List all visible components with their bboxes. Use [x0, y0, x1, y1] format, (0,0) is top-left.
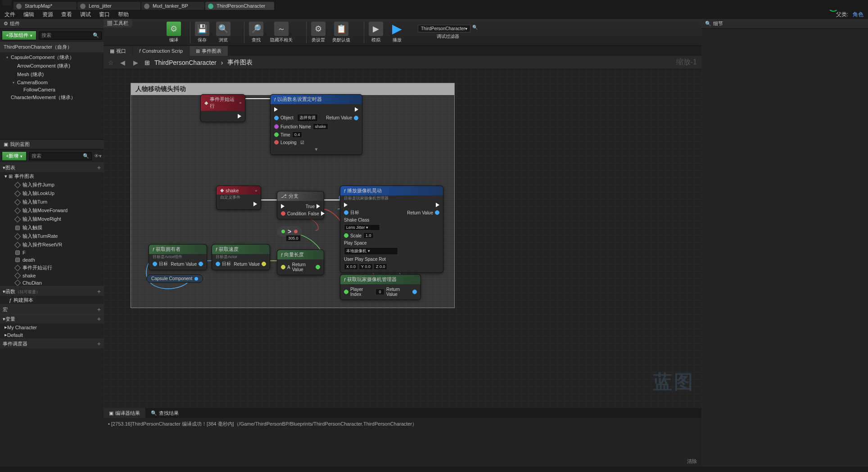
file-tabs: StartupMap* Lens_jitter Mud_tanker_BP Th… — [0, 0, 868, 10]
tree-charmovement[interactable]: CharacterMovement（继承） — [0, 93, 104, 102]
menu-window[interactable]: 窗口 — [99, 11, 110, 18]
node-capsule-var[interactable]: Capsule Component — [146, 274, 203, 283]
simulate-button[interactable]: ▶模拟 — [369, 22, 383, 43]
save-button[interactable]: 💾保存 — [195, 22, 209, 43]
tree-followcamera[interactable]: FollowCamera — [0, 86, 104, 93]
hide-unrelated-button[interactable]: ～隐藏不相关 — [270, 22, 293, 43]
tree-mesh[interactable]: Mesh (继承) — [0, 70, 104, 79]
node-playcamerashake[interactable]: f播放摄像机晃动 目标是玩家摄像机管理器 目标Return Value Shak… — [340, 186, 443, 273]
add-component-button[interactable]: +添加组件 — [2, 31, 36, 40]
compile-button[interactable]: ⚙编译 — [167, 22, 181, 43]
timer-looping-checkbox[interactable]: ☑ — [300, 140, 304, 145]
timer-funcname-input[interactable]: shake — [313, 123, 328, 130]
graph-item-10[interactable]: 事件开始运行 — [0, 263, 104, 272]
graph-item-9[interactable]: death — [0, 256, 104, 263]
shake-class-select[interactable]: Lens Jitter ▾ — [344, 224, 380, 231]
playspace-select[interactable]: 本地摄像机 ▾ — [344, 247, 398, 255]
debug-search-icon[interactable]: 🔍 — [472, 25, 478, 32]
section-macros[interactable]: 宏+ — [0, 304, 104, 314]
parent-class-link[interactable]: 角色 — [853, 11, 863, 18]
favorite-icon[interactable]: ☆ — [108, 59, 114, 66]
scale-input[interactable]: 1.0 — [363, 232, 374, 239]
graph-item-8[interactable]: F — [0, 249, 104, 256]
event-graph-canvas[interactable]: 人物移动镜头抖动 ◆事件开始运行▫ f以函数名设置定时器 Object选择资源R… — [104, 69, 701, 408]
section-dispatchers[interactable]: 事件调度器+ — [0, 339, 104, 348]
debug-object-select[interactable]: ThirdPersonCharacter▾ — [418, 25, 470, 32]
node-beginplay[interactable]: ◆事件开始运行▫ — [200, 94, 245, 122]
playerindex-input[interactable]: 0 — [375, 289, 384, 295]
graph-item-3[interactable]: 输入轴MoveForward — [0, 206, 104, 215]
rot-y-input[interactable]: Y 0.0 — [359, 263, 373, 270]
nav-back[interactable]: ◀ — [118, 59, 127, 66]
blueprint-search[interactable]: 搜索 🔍 — [29, 152, 92, 160]
node-getvelocity[interactable]: f获取速度 目标是Actor 目标Return Value — [212, 244, 270, 270]
var-mycharacter[interactable]: ▸ My Character — [0, 323, 104, 331]
graph-item-2[interactable]: 输入轴Turn — [0, 198, 104, 206]
tab-compiler-results[interactable]: ▣ 编译器结果 — [104, 408, 145, 418]
breadcrumb-graph[interactable]: 事件图表 — [227, 59, 253, 67]
graph-item-1[interactable]: 输入轴LookUp — [0, 189, 104, 198]
search-icon: 🔍 — [93, 32, 99, 38]
rot-z-input[interactable]: Z 0.0 — [374, 263, 388, 270]
menu-view[interactable]: 查看 — [61, 11, 72, 18]
add-graph[interactable]: + — [97, 164, 101, 171]
play-button[interactable]: ▶播放 — [390, 22, 404, 43]
tab-viewport[interactable]: ▦ 视口 — [104, 46, 132, 56]
comment-title[interactable]: 人物移动镜头抖动 — [131, 83, 454, 95]
rot-x-input[interactable]: X 0.0 — [344, 263, 358, 270]
graph-item-12[interactable]: ChuDian — [0, 279, 104, 286]
event-graph-item[interactable]: ▾ ⊞事件图表 — [0, 172, 104, 181]
class-defaults-button[interactable]: 📋类默认值 — [332, 22, 350, 43]
node-branch[interactable]: ⎇ 分支 True ConditionFalse — [277, 191, 324, 219]
menu-debug[interactable]: 调试 — [80, 11, 91, 18]
visibility-toggle[interactable]: 👁▾ — [94, 153, 102, 160]
browse-button[interactable]: 🔍浏览 — [216, 22, 231, 43]
tree-capsule[interactable]: ▾CapsuleComponent（继承） — [0, 53, 104, 62]
self-component[interactable]: ThirdPersonCharacter（自身） — [0, 42, 104, 52]
tree-arrow[interactable]: ArrowComponent (继承) — [0, 62, 104, 70]
node-getowner[interactable]: f获取拥有者 目标是Actor组件 目标Return Value — [149, 244, 207, 270]
find-button[interactable]: 🔎查找 — [249, 22, 263, 43]
graph-item-5[interactable]: 输入触摸 — [0, 223, 104, 232]
graph-item-6[interactable]: 输入轴TurnRate — [0, 232, 104, 241]
tab-thirdperson[interactable]: ThirdPersonCharacter — [205, 2, 274, 10]
components-icon: ⚙ — [4, 21, 8, 27]
var-default[interactable]: ▸ Default — [0, 331, 104, 339]
section-graphs[interactable]: ▾图表+ — [0, 163, 104, 172]
node-getpcm[interactable]: f获取玩家摄像机管理器 Player Index0Return Value — [340, 274, 421, 300]
node-settimer[interactable]: f以函数名设置定时器 Object选择资源Return Value Functi… — [270, 94, 362, 155]
menu-help[interactable]: 帮助 — [118, 11, 129, 18]
graph-item-7[interactable]: 输入操作ResetVR — [0, 241, 104, 249]
add-dispatcher[interactable]: + — [97, 340, 101, 347]
tab-lensjitter[interactable]: Lens_jitter — [77, 2, 140, 10]
tab-mudtanker[interactable]: Mud_tanker_BP — [141, 2, 204, 10]
menu-edit[interactable]: 编辑 — [23, 11, 34, 18]
graph-item-0[interactable]: 输入操作Jump — [0, 181, 104, 189]
timer-time-input[interactable]: 0.4 — [292, 132, 303, 138]
components-search[interactable]: 搜索 🔍 — [39, 32, 102, 40]
tab-find-results[interactable]: 🔍 查找结果 — [145, 408, 184, 418]
greater-value[interactable]: 305.0 — [286, 235, 301, 241]
new-button[interactable]: +新增 — [2, 151, 27, 161]
graph-item-11[interactable]: shake — [0, 272, 104, 279]
add-macro[interactable]: + — [97, 306, 101, 313]
tab-startupmap[interactable]: StartupMap* — [14, 2, 77, 10]
func-construction[interactable]: ƒ构建脚本 — [0, 296, 104, 304]
menu-file[interactable]: 文件 — [5, 11, 15, 18]
graph-item-4[interactable]: 输入轴MoveRight — [0, 215, 104, 223]
add-variable[interactable]: + — [97, 315, 101, 322]
add-function[interactable]: + — [97, 288, 101, 295]
tab-eventgraph[interactable]: ⊞ 事件图表 — [190, 46, 228, 56]
section-functions[interactable]: ▾函数（31可覆盖） + — [0, 286, 104, 296]
nav-forward[interactable]: ▶ — [131, 59, 140, 66]
tab-construction[interactable]: f Construction Scrip — [133, 46, 189, 56]
section-variables[interactable]: ▾变量+ — [0, 314, 104, 323]
node-vectorlength[interactable]: f向量长度 AReturn Value — [277, 250, 324, 275]
clear-button[interactable]: 清除 — [687, 458, 697, 465]
node-shake-event[interactable]: ◆shake▫ 自定义事件 — [216, 186, 261, 210]
breadcrumb-asset[interactable]: ThirdPersonCharacter — [154, 59, 217, 66]
expand-node[interactable]: ▼ — [274, 146, 358, 153]
tree-cameraboom[interactable]: ▾CameraBoom — [0, 79, 104, 86]
class-settings-button[interactable]: ⚙类设置 — [311, 22, 326, 43]
menu-asset[interactable]: 资源 — [42, 11, 53, 18]
